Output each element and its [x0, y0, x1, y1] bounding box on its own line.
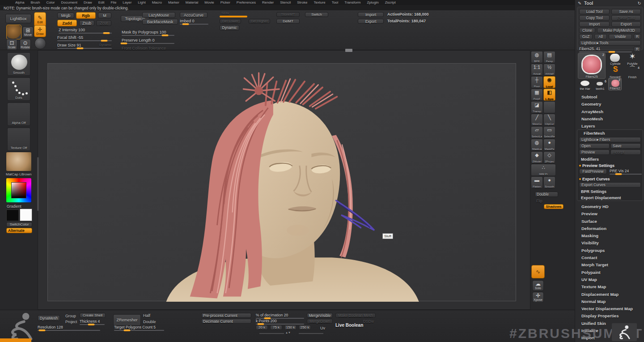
tool-section[interactable]: Vector Displacement Map: [575, 305, 644, 312]
shelf-icon-button[interactable]: ◆ ZModel: [531, 151, 543, 163]
menu-item[interactable]: Picker: [220, 0, 230, 5]
menu-item[interactable]: Macro: [152, 0, 162, 5]
tool-section[interactable]: Visibility: [575, 239, 644, 246]
tool-section[interactable]: Texture Map: [575, 283, 644, 290]
texture-off-thumbnail[interactable]: Texture Off: [7, 128, 30, 151]
menu-item[interactable]: Color: [46, 0, 55, 5]
secondary-color-swatch[interactable]: [20, 209, 32, 221]
shadows-button[interactable]: Shadows: [544, 204, 564, 209]
tool-section[interactable]: Layers: [575, 122, 644, 129]
k-points-slider[interactable]: k Points 200: [256, 319, 304, 325]
tool-thumbnail-teeth[interactable]: 6teeth1: [593, 80, 607, 90]
tool-thumbnail-fibers25[interactable]: 2Fibers25: [578, 53, 606, 79]
create-shell-button[interactable]: Create Shell: [80, 313, 106, 318]
tool-section[interactable]: Masking: [575, 232, 644, 239]
shelf-icon-button[interactable]: ┼ Floor: [531, 76, 543, 88]
lazymouse-button[interactable]: LazyMouse: [142, 12, 175, 18]
goz-button[interactable]: GoZ: [579, 34, 593, 39]
switch-button[interactable]: Switch: [305, 12, 328, 17]
dynamesh-button[interactable]: DynaMesh: [38, 315, 60, 321]
shelf-icon-button[interactable]: ╲ ClipCur: [543, 114, 555, 126]
rgb-button[interactable]: Rgb: [76, 12, 96, 19]
matcap-thumbnail[interactable]: [6, 152, 32, 171]
menu-item[interactable]: Tool: [332, 0, 339, 5]
rotate-button[interactable]: ⊙Rotate: [20, 39, 31, 50]
fibers-open-button[interactable]: Open: [579, 143, 610, 149]
tool-thumbnail-polymesh-star[interactable]: ✶ PolyMe: [624, 53, 640, 65]
zcut-button[interactable]: Zcut: [96, 20, 111, 26]
backfacemask-button[interactable]: BackfaceMask: [142, 19, 178, 25]
tool-thumbnail-fibers2[interactable]: 2Fibers2: [608, 78, 622, 90]
tool-section[interactable]: Polygroups: [575, 247, 644, 254]
export-curves-button[interactable]: Export Curves: [579, 182, 641, 188]
shelf-icon-button[interactable]: ∴ IMM Pr: [531, 164, 556, 176]
shelf-icon-button[interactable]: ◉ Local: [543, 76, 555, 88]
export-displacement-section[interactable]: Export Displacement: [577, 194, 643, 201]
fastpreview-button[interactable]: FastPreview: [579, 169, 607, 174]
main-color-swatch[interactable]: [6, 209, 19, 221]
brush-thumbnail-smooth[interactable]: Smooth: [7, 52, 30, 76]
tool-thumbnail-finish[interactable]: ⌒ 4Finish: [624, 66, 640, 79]
shelf-icon-button[interactable]: ◧ L.Sym: [543, 89, 555, 101]
half-button[interactable]: Half: [143, 313, 150, 318]
mergedown-button[interactable]: MergeDown: [307, 319, 333, 324]
menu-item[interactable]: Movie: [204, 0, 214, 5]
clone-button[interactable]: Clone: [579, 28, 595, 33]
fibers-preview-button[interactable]: Preview: [579, 150, 610, 155]
flip-button[interactable]: Flip: [536, 199, 542, 203]
sdiv-slider[interactable]: [220, 16, 247, 17]
resolution-slider[interactable]: Resolution 128: [38, 325, 100, 331]
accucurve-button[interactable]: AccuCurve: [180, 12, 208, 18]
shelf-icon-button[interactable]: ▱ SelectLa: [531, 126, 543, 138]
menu-item[interactable]: Brush: [30, 0, 40, 5]
alternate-button[interactable]: Alternate: [6, 228, 32, 233]
dsdiv-label[interactable]: DSDiv: [363, 319, 374, 324]
viewport-canvas[interactable]: Sluft: [38, 50, 530, 310]
menu-item[interactable]: Layer: [123, 0, 131, 5]
menu-item[interactable]: Zscript: [385, 0, 396, 5]
imbed-slider[interactable]: Imbed 0: [180, 19, 208, 25]
left-tray-grip[interactable]: [37, 157, 39, 211]
move-button[interactable]: ⊞Move: [22, 26, 34, 38]
lightbox-button[interactable]: LightBox: [5, 14, 31, 23]
shelf-icon-button[interactable]: ▭ SelectRe: [543, 126, 555, 138]
dynamic-mode-thumbnail[interactable]: ∿: [531, 265, 545, 278]
mask-by-polygroups-slider[interactable]: Mask By Polygroups 100: [122, 30, 174, 36]
shelf-icon-button[interactable]: ▬ Flatten: [531, 176, 543, 188]
menu-item[interactable]: Draw: [84, 0, 92, 5]
tray-collapse-icon[interactable]: ▲▼: [285, 331, 291, 334]
bpr-settings-section[interactable]: BPR Settings: [577, 188, 643, 194]
shelf-icon-button[interactable]: ◇ ZProjec: [543, 151, 555, 163]
draw-button[interactable]: ✛Draw: [34, 25, 46, 37]
tool-section[interactable]: Normal Map: [575, 298, 644, 305]
tool-section[interactable]: Geometry HD: [575, 203, 644, 210]
shelf-icon-button[interactable]: ½ AAHalf: [543, 64, 555, 76]
tool-thumbnail-cylinder[interactable]: Cylinde: [607, 53, 623, 65]
tool-section[interactable]: NanoMesh: [575, 115, 644, 122]
import-button[interactable]: Import: [358, 12, 384, 17]
xpose-button[interactable]: ✢Xpose: [532, 292, 544, 303]
shelf-icon-button[interactable]: ◌: [543, 101, 555, 113]
del-higher-button[interactable]: Del Higher: [249, 19, 270, 24]
k-preset-button[interactable]: 250 k: [299, 325, 311, 330]
tool-thumbnail-simplebrush[interactable]: S SimpleE: [607, 66, 623, 79]
tool-section[interactable]: Geometry: [575, 100, 644, 107]
tool-section[interactable]: Subtool: [575, 93, 644, 100]
menu-item[interactable]: Stencil: [280, 0, 291, 5]
fibers-accept-button[interactable]: Accept: [610, 150, 641, 155]
refresh-icon[interactable]: ↻: [638, 1, 641, 6]
switchcolor-button[interactable]: SwitchColor: [6, 222, 32, 227]
lightbox-tools-button[interactable]: Lightbox►Tools: [579, 40, 641, 46]
tool-thumbnail-hair[interactable]: the Har: [578, 80, 592, 90]
menu-item[interactable]: Edit: [98, 0, 105, 5]
goz-all-button[interactable]: All: [594, 34, 607, 39]
shelf-icon-button[interactable]: ▤ Persp: [543, 51, 555, 63]
preview-settings-section[interactable]: Preview Settings: [577, 162, 643, 168]
zsub-button[interactable]: Zsub: [79, 20, 94, 26]
decimate-current-button[interactable]: Decimate Current: [201, 319, 251, 324]
shelf-icon-button[interactable]: ◪ Transp: [531, 101, 543, 113]
thickness-slider[interactable]: Thickness 4: [80, 319, 105, 325]
zadd-button[interactable]: Zadd: [57, 20, 77, 26]
shelf-icon-button[interactable]: ◍ BPR: [531, 51, 543, 63]
document-area[interactable]: Sluft: [47, 63, 516, 301]
